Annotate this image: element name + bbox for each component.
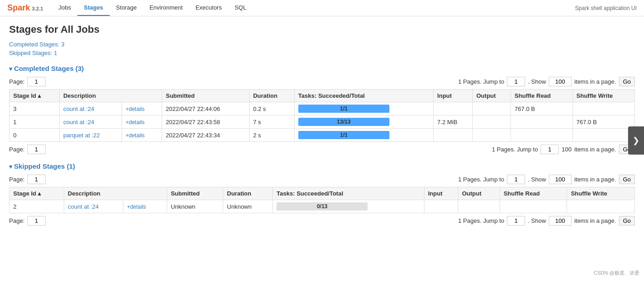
skipped-table-header-row: Stage Id ▴ Description Submitted Duratio… xyxy=(10,187,635,200)
skipped-bottom-page-input[interactable] xyxy=(27,216,46,226)
completed-bottom-jump-input[interactable] xyxy=(541,145,559,154)
skipped-col-input[interactable]: Input xyxy=(424,187,458,200)
stage-link[interactable]: count at :24 xyxy=(63,119,94,125)
skipped-bottom-show-input[interactable] xyxy=(549,216,572,226)
description-cell: parquet at :22 xyxy=(59,129,122,142)
skipped-stage-id-cell: 2 xyxy=(10,200,64,213)
nav-environment[interactable]: Environment xyxy=(143,0,189,16)
col-tasks[interactable]: Tasks: Succeeded/Total xyxy=(294,90,433,102)
details-link[interactable]: +details xyxy=(126,119,145,125)
output-cell xyxy=(473,115,511,129)
duration-cell: 0.2 s xyxy=(249,102,294,115)
skipped-col-stage-id[interactable]: Stage Id ▴ xyxy=(10,187,64,200)
completed-bottom-page-input[interactable] xyxy=(27,145,46,154)
skipped-tasks-cell: 0/13 xyxy=(273,200,424,213)
bottom-page-label: Page: xyxy=(9,146,25,153)
skipped-bottom-jump-input[interactable] xyxy=(507,216,525,226)
input-cell xyxy=(434,129,473,142)
skipped-col-output[interactable]: Output xyxy=(458,187,500,200)
submitted-cell: 2022/04/27 22:44:06 xyxy=(162,102,249,115)
col-submitted[interactable]: Submitted xyxy=(162,90,249,102)
nav-executors[interactable]: Executors xyxy=(189,0,228,16)
stage-id-cell: 3 xyxy=(10,102,60,115)
skipped-stage-link[interactable]: count at :24 xyxy=(68,203,99,210)
col-duration[interactable]: Duration xyxy=(249,90,294,102)
page-label: Page: xyxy=(9,78,25,85)
shuffle-write-cell xyxy=(572,102,634,115)
col-shuffle-read[interactable]: Shuffle Read xyxy=(511,90,572,102)
skipped-col-shuffle-read[interactable]: Shuffle Read xyxy=(500,187,567,200)
nav-links: Jobs Stages Storage Environment Executor… xyxy=(52,0,253,16)
details-cell: +details xyxy=(122,115,162,129)
skipped-col-submitted[interactable]: Submitted xyxy=(167,187,223,200)
skipped-progress-container: 0/13 xyxy=(276,202,368,211)
skipped-col-description[interactable]: Description xyxy=(64,187,167,200)
details-link[interactable]: +details xyxy=(126,106,145,112)
skipped-bottom-page-label: Page: xyxy=(9,217,25,224)
completed-show-input[interactable] xyxy=(549,77,572,86)
skipped-details-link[interactable]: +details xyxy=(127,204,146,210)
skipped-col-tasks[interactable]: Tasks: Succeeded/Total xyxy=(273,187,424,200)
nav-sql[interactable]: SQL xyxy=(228,0,253,16)
completed-go-button[interactable]: Go xyxy=(619,77,635,86)
description-cell: count at :24 xyxy=(59,102,122,115)
shuffle-write-cell: 767.0 B xyxy=(572,115,634,129)
col-shuffle-write[interactable]: Shuffle Write xyxy=(572,90,634,102)
nav-jobs[interactable]: Jobs xyxy=(52,0,77,16)
nav-storage[interactable]: Storage xyxy=(110,0,143,16)
shuffle-read-cell xyxy=(511,129,572,142)
duration-cell: 2 s xyxy=(249,129,294,142)
skipped-progress-text: 0/13 xyxy=(276,202,368,211)
duration-cell: 7 s xyxy=(249,115,294,129)
completed-bottom-pagination: Page: 1 Pages. Jump to 100 items in a pa… xyxy=(9,145,635,154)
skipped-col-shuffle-write[interactable]: Shuffle Write xyxy=(567,187,635,200)
completed-bottom-pagination-right: 1 Pages. Jump to 100 items in a page. Go xyxy=(492,145,635,154)
skipped-col-duration[interactable]: Duration xyxy=(223,187,273,200)
col-output[interactable]: Output xyxy=(473,90,511,102)
skipped-stages-link[interactable]: Skipped Stages: 1 xyxy=(9,50,57,56)
skipped-bottom-pagination: Page: 1 Pages. Jump to . Show items in a… xyxy=(9,216,635,226)
page-title: Stages for All Jobs xyxy=(9,24,635,35)
shuffle-read-cell: 767.0 B xyxy=(511,102,572,115)
skipped-top-pagination: Page: 1 Pages. Jump to . Show items in a… xyxy=(9,175,635,184)
completed-top-pagination: Page: 1 Pages. Jump to . Show items in a… xyxy=(9,77,635,86)
completed-stages-table: Stage Id ▴ Description Submitted Duratio… xyxy=(9,89,635,142)
skipped-go-button[interactable]: Go xyxy=(619,175,635,184)
completed-stages-link[interactable]: Completed Stages: 3 xyxy=(9,41,64,48)
stage-link[interactable]: parquet at :22 xyxy=(63,132,100,139)
col-stage-id[interactable]: Stage Id ▴ xyxy=(10,90,60,102)
skipped-jump-input[interactable] xyxy=(507,175,525,184)
stage-id-cell: 0 xyxy=(10,129,60,142)
completed-table-row: 1 count at :24 +details 2022/04/27 22:43… xyxy=(10,115,635,129)
skipped-output-cell xyxy=(458,200,500,213)
skipped-page-input[interactable] xyxy=(27,175,46,184)
completed-table-header-row: Stage Id ▴ Description Submitted Duratio… xyxy=(10,90,635,102)
completed-pagination-right: 1 Pages. Jump to . Show items in a page.… xyxy=(458,77,635,86)
progress-text: 13/13 xyxy=(298,118,389,126)
nav-stages[interactable]: Stages xyxy=(77,0,110,16)
skipped-duration-cell: Unknown xyxy=(223,200,273,213)
completed-jump-input[interactable] xyxy=(507,77,525,86)
tasks-cell: 1/1 xyxy=(294,129,433,142)
completed-page-input[interactable] xyxy=(27,77,46,86)
col-description[interactable]: Description xyxy=(59,90,162,102)
details-link[interactable]: +details xyxy=(126,132,145,139)
skipped-show-input[interactable] xyxy=(549,175,572,184)
scroll-right-button[interactable]: ❯ xyxy=(628,126,644,155)
skipped-summary: Skipped Stages: 1 xyxy=(9,50,635,56)
completed-section-header[interactable]: Completed Stages (3) xyxy=(9,65,635,72)
main-content: Stages for All Jobs Completed Stages: 3 … xyxy=(0,16,644,236)
spark-logo: Spark3.2.1 xyxy=(7,3,43,13)
input-cell xyxy=(434,102,473,115)
description-cell: count at :24 xyxy=(59,115,122,129)
progress-bar-container: 1/1 xyxy=(298,131,389,139)
skipped-details-cell: +details xyxy=(123,200,167,213)
stage-id-cell: 1 xyxy=(10,115,60,129)
submitted-cell: 2022/04/27 22:43:34 xyxy=(162,129,249,142)
spark-version: 3.2.1 xyxy=(32,6,43,11)
skipped-section-header[interactable]: Skipped Stages (1) xyxy=(9,162,635,170)
stage-link[interactable]: count at :24 xyxy=(63,105,94,112)
skipped-bottom-go-button[interactable]: Go xyxy=(619,216,635,226)
col-input[interactable]: Input xyxy=(434,90,473,102)
skipped-description-cell: count at :24 xyxy=(64,200,123,213)
